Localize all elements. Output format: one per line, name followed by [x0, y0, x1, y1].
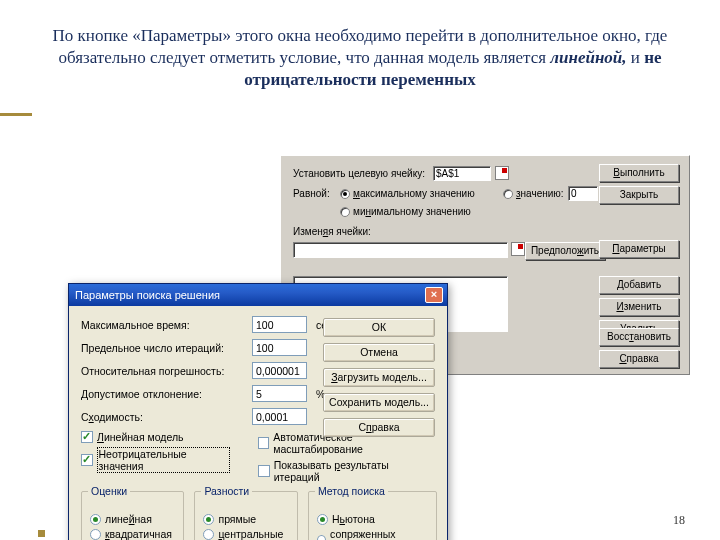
radio-max[interactable]	[340, 189, 350, 199]
close-button[interactable]: Закрыть	[599, 186, 679, 204]
help-button-solver[interactable]: Справка	[599, 350, 679, 368]
max-time-input[interactable]	[252, 316, 307, 333]
opt-forward[interactable]: прямые	[203, 513, 288, 525]
caption-linear: линейной,	[550, 48, 626, 67]
run-button[interactable]: Выполнить	[599, 164, 679, 182]
opt-newton[interactable]: Ньютона	[317, 513, 428, 525]
equal-label: Равной:	[293, 188, 330, 199]
cancel-button[interactable]: Отмена	[323, 343, 435, 362]
radio-icon	[203, 529, 214, 540]
ok-button[interactable]: ОК	[323, 318, 435, 337]
slide-bullet-icon	[38, 530, 45, 537]
changing-label: Изменяя ячейки:	[293, 226, 371, 237]
checkbox-icon	[81, 431, 93, 443]
params-dialog: Параметры поиска решения × ОК Отмена Заг…	[68, 283, 448, 540]
checkbox-icon	[258, 437, 270, 449]
slide-caption: По кнопке «Параметры» этого окна необход…	[0, 0, 720, 101]
radio-value[interactable]	[503, 189, 513, 199]
radio-icon	[90, 514, 101, 525]
save-model-button[interactable]: Сохранить модель...	[323, 393, 435, 412]
add-button[interactable]: Добавить	[599, 276, 679, 294]
value-input[interactable]: 0	[568, 186, 598, 201]
group-diff: Разности прямые центральные	[194, 491, 297, 540]
radio-icon	[317, 514, 328, 525]
opt-value[interactable]: значению:	[503, 188, 564, 199]
group-search: Метод поиска Ньютона сопряженных градиен…	[308, 491, 437, 540]
group-title: Разности	[201, 485, 252, 497]
group-estimates: Оценки линейная квадратичная	[81, 491, 184, 540]
page-number: 18	[673, 513, 685, 528]
ref-select-icon[interactable]	[495, 166, 509, 180]
opt-conjugate[interactable]: сопряженных градиентов	[317, 528, 428, 540]
tolerance-label: Допустимое отклонение:	[81, 388, 246, 400]
ref-select-icon-2[interactable]	[511, 242, 525, 256]
radio-icon	[203, 514, 214, 525]
max-time-label: Максимальное время:	[81, 319, 246, 331]
group-title: Метод поиска	[315, 485, 388, 497]
radio-min[interactable]	[340, 207, 350, 217]
opt-central[interactable]: центральные	[203, 528, 288, 540]
tolerance-input[interactable]	[252, 385, 307, 402]
opt-quadratic[interactable]: квадратичная	[90, 528, 175, 540]
group-title: Оценки	[88, 485, 130, 497]
linear-model-check[interactable]: Линейная модель	[81, 431, 230, 443]
target-cell-input[interactable]: $A$1	[433, 166, 491, 181]
target-cell-label: Установить целевую ячейку:	[293, 168, 425, 179]
nonneg-check[interactable]: Неотрицательные значения	[81, 447, 230, 473]
iter-input[interactable]	[252, 339, 307, 356]
convergence-input[interactable]	[252, 408, 307, 425]
checkbox-icon	[81, 454, 93, 466]
precision-input[interactable]	[252, 362, 307, 379]
help-button[interactable]: Справка	[323, 418, 435, 437]
iter-label: Предельное число итераций:	[81, 342, 246, 354]
load-model-button[interactable]: Загрузить модель...	[323, 368, 435, 387]
edit-button[interactable]: Изменить	[599, 298, 679, 316]
changing-input[interactable]	[293, 242, 508, 258]
opt-max[interactable]: максимальному значению	[340, 188, 475, 199]
dialog-title: Параметры поиска решения	[75, 289, 220, 301]
opt-linear[interactable]: линейная	[90, 513, 175, 525]
restore-button[interactable]: Восстановить	[599, 328, 679, 346]
checkbox-icon	[258, 465, 270, 477]
params-button[interactable]: Параметры	[599, 240, 679, 258]
convergence-label: Сходимость:	[81, 411, 246, 423]
accent-line	[0, 113, 32, 116]
close-icon[interactable]: ×	[425, 287, 443, 303]
opt-min[interactable]: минимальному значению	[340, 206, 471, 217]
guess-button[interactable]: Предположить	[525, 242, 605, 260]
precision-label: Относительная погрешность:	[81, 365, 246, 377]
showiter-check[interactable]: Показывать результаты итераций	[258, 459, 437, 483]
titlebar: Параметры поиска решения ×	[69, 284, 447, 306]
radio-icon	[90, 529, 101, 540]
radio-icon	[317, 535, 326, 541]
